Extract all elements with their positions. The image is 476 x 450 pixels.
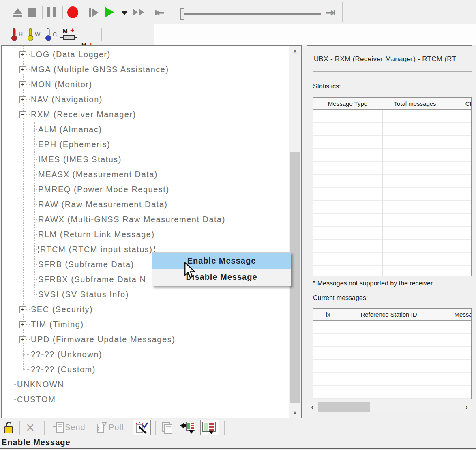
play-icon[interactable] bbox=[105, 7, 114, 17]
tree-item-label[interactable]: LOG (Data Logger) bbox=[31, 50, 111, 59]
column-header[interactable]: Messa bbox=[435, 309, 472, 320]
tree-item-label[interactable]: RLM (Return Link Message) bbox=[38, 230, 155, 239]
tree-item-label[interactable]: PMREQ (Power Mode Request) bbox=[38, 185, 169, 194]
tree-item[interactable]: +LOG (Data Logger) bbox=[2, 47, 287, 62]
tree-item[interactable]: RLM (Return Link Message) bbox=[2, 227, 287, 242]
tree-item[interactable]: CUSTOM bbox=[2, 392, 287, 407]
tree-item[interactable]: IMES (IMES Status) bbox=[2, 152, 287, 167]
eject-icon[interactable] bbox=[12, 6, 24, 19]
tree-branch bbox=[13, 384, 16, 385]
column-header[interactable]: Total messages bbox=[382, 98, 448, 109]
tree-item[interactable]: +TIM (Timing) bbox=[2, 317, 287, 332]
tree-item-label[interactable]: RXM (Receiver Manager) bbox=[31, 110, 136, 119]
tree-item-label[interactable]: EPH (Ephemeris) bbox=[38, 140, 110, 149]
expand-icon[interactable]: + bbox=[19, 81, 26, 88]
scroll-down-button[interactable]: ∨ bbox=[289, 407, 301, 418]
record-icon[interactable] bbox=[67, 6, 78, 18]
stop-icon[interactable] bbox=[28, 8, 36, 17]
tree-item-label[interactable]: ??-?? (Unknown) bbox=[31, 350, 102, 359]
copy-message-icon[interactable] bbox=[161, 421, 174, 434]
tree-item-label[interactable]: UPD (Firmware Update Messages) bbox=[31, 335, 175, 344]
thermometer-warm-icon[interactable]: W bbox=[26, 28, 40, 41]
tree-item[interactable]: MEASX (Measurement Data) bbox=[2, 167, 287, 182]
smart-message-view-button[interactable] bbox=[133, 420, 151, 435]
tree-item-label[interactable]: ALM (Almanac) bbox=[38, 125, 102, 134]
expand-icon[interactable]: + bbox=[19, 336, 26, 343]
separator bbox=[19, 421, 20, 435]
delete-icon[interactable]: × bbox=[26, 420, 34, 435]
menu-item-disable-message[interactable]: Disable Message bbox=[152, 269, 291, 285]
scroll-thumb[interactable] bbox=[318, 402, 370, 412]
scroll-up-button[interactable]: ∧ bbox=[289, 46, 301, 57]
tree-item-label[interactable]: MEASX (Measurement Data) bbox=[38, 170, 158, 179]
column-header[interactable]: Message Type bbox=[313, 98, 382, 109]
tree-item[interactable]: ??-?? (Custom) bbox=[2, 362, 287, 377]
tree-item[interactable]: −RXM (Receiver Manager) bbox=[2, 107, 287, 122]
tree-item[interactable]: UNKNOWN bbox=[2, 377, 287, 392]
tree-item[interactable]: +UPD (Firmware Update Messages) bbox=[2, 332, 287, 347]
step-forward-icon[interactable] bbox=[89, 8, 99, 17]
tree-item-label[interactable]: SVSI (SV Status Info) bbox=[38, 290, 129, 299]
menu-item-enable-message[interactable]: Enable Message bbox=[152, 253, 291, 269]
send-button[interactable]: Send bbox=[52, 422, 86, 433]
tree-item-label[interactable]: SFRBX (Subframe Data N bbox=[38, 275, 146, 284]
position-slider-track[interactable] bbox=[184, 13, 321, 15]
scroll-right-button[interactable]: › bbox=[462, 401, 472, 414]
tree-item-label[interactable]: UNKNOWN bbox=[17, 380, 64, 389]
tree-item[interactable]: RAWX (Multi-GNSS Raw Measurement Data) bbox=[2, 212, 287, 227]
tree-item-label[interactable]: SFRB (Subframe Data) bbox=[38, 260, 134, 269]
tree-item-label[interactable]: TIM (Timing) bbox=[31, 320, 84, 329]
position-slider-thumb[interactable] bbox=[180, 8, 184, 20]
tree-item[interactable]: +MON (Monitor) bbox=[2, 77, 287, 92]
tree-item[interactable]: +SEC (Security) bbox=[2, 302, 287, 317]
tree-item[interactable]: ??-?? (Unknown) bbox=[2, 347, 287, 362]
poll-button[interactable]: Poll bbox=[96, 422, 124, 433]
expand-icon[interactable]: + bbox=[19, 96, 26, 103]
expand-icon[interactable]: + bbox=[19, 306, 26, 313]
expand-icon[interactable]: + bbox=[19, 66, 26, 73]
pause-icon[interactable] bbox=[47, 7, 56, 17]
add-hotkey-gray-icon[interactable]: M + bbox=[62, 28, 78, 42]
message-tree-panel: +LOG (Data Logger)+MGA (Multiple GNSS As… bbox=[1, 45, 302, 418]
tree-item[interactable]: SVSI (SV Status Info) bbox=[2, 287, 287, 302]
tree-vertical-scrollbar[interactable]: ∧ ∨ bbox=[289, 46, 301, 418]
scroll-thumb[interactable] bbox=[290, 152, 300, 403]
tree-branch bbox=[34, 249, 37, 250]
tree-item-label[interactable]: MGA (Multiple GNSS Assistance) bbox=[31, 65, 169, 74]
toolbar-grip[interactable] bbox=[4, 28, 4, 41]
column-header[interactable]: CR bbox=[448, 98, 472, 109]
tree-item[interactable]: +NAV (Navigation) bbox=[2, 92, 287, 107]
skip-to-start-icon[interactable]: ⇤ bbox=[154, 6, 165, 19]
collapse-icon[interactable]: − bbox=[19, 111, 26, 118]
dock-table-down-button[interactable] bbox=[200, 420, 219, 435]
tree-item[interactable]: RAW (Raw Measurement Data) bbox=[2, 197, 287, 212]
current-messages-table: ix Reference Station ID Messa bbox=[313, 308, 472, 399]
thermometer-cold-icon[interactable]: C bbox=[44, 28, 57, 41]
tree-item-label[interactable]: RAWX (Multi-GNSS Raw Measurement Data) bbox=[38, 215, 225, 224]
tree-item[interactable]: ALM (Almanac) bbox=[2, 122, 287, 137]
expand-icon[interactable]: + bbox=[19, 321, 26, 328]
tree-item[interactable]: EPH (Ephemeris) bbox=[2, 137, 287, 152]
tree-item-label[interactable]: CUSTOM bbox=[17, 395, 56, 404]
tree-item[interactable]: PMREQ (Power Mode Request) bbox=[2, 182, 287, 197]
tree-item-label[interactable]: RTCM (RTCM input status) bbox=[38, 244, 155, 255]
tree-item-label[interactable]: RAW (Raw Measurement Data) bbox=[38, 200, 167, 209]
play-mode-dropdown-icon[interactable] bbox=[121, 11, 128, 15]
dock-table-left-icon[interactable] bbox=[179, 420, 196, 435]
tree-item[interactable]: +MGA (Multiple GNSS Assistance) bbox=[2, 62, 287, 77]
toolbar-grip[interactable] bbox=[4, 5, 4, 19]
skip-to-end-icon[interactable]: ⇥ bbox=[326, 6, 336, 19]
tree-item-label[interactable]: MON (Monitor) bbox=[31, 80, 92, 89]
fast-forward-icon[interactable] bbox=[133, 9, 144, 16]
column-header[interactable]: Reference Station ID bbox=[343, 309, 435, 320]
tree-item-label[interactable]: SEC (Security) bbox=[31, 305, 93, 314]
lock-open-icon[interactable] bbox=[3, 421, 15, 434]
tree-item-label[interactable]: ??-?? (Custom) bbox=[31, 365, 96, 374]
thermometer-hot-icon[interactable]: H bbox=[10, 28, 23, 41]
column-header[interactable]: ix bbox=[313, 309, 343, 320]
horizontal-scrollbar[interactable]: ‹ › bbox=[307, 401, 472, 414]
expand-icon[interactable]: + bbox=[19, 51, 26, 58]
scroll-left-button[interactable]: ‹ bbox=[307, 401, 317, 414]
tree-item-label[interactable]: NAV (Navigation) bbox=[31, 95, 103, 104]
tree-item-label[interactable]: IMES (IMES Status) bbox=[38, 155, 122, 164]
